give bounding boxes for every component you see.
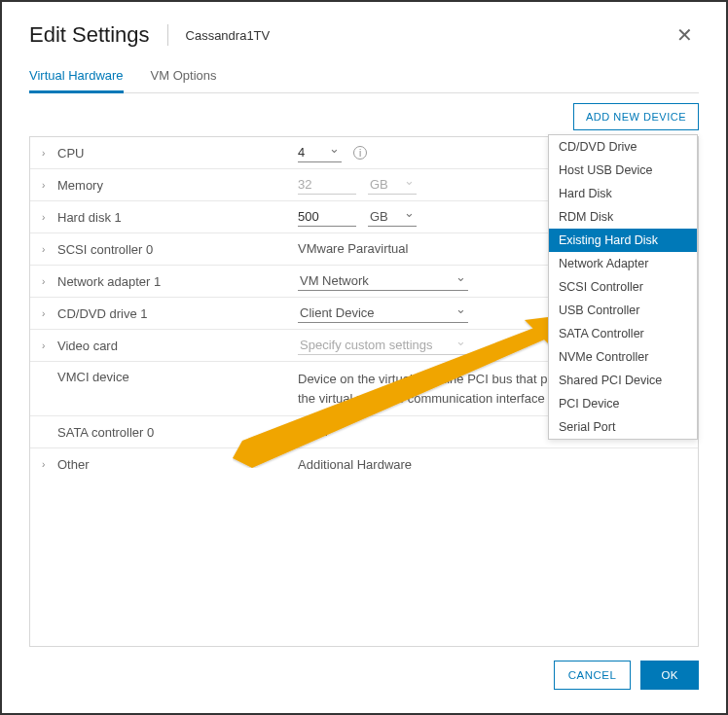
label-video-card: Video card bbox=[57, 339, 118, 353]
hardware-panel: CD/DVD DriveHost USB DeviceHard DiskRDM … bbox=[29, 136, 699, 647]
chevron-right-icon[interactable]: › bbox=[42, 180, 50, 191]
cddvd-select[interactable]: Client Device bbox=[298, 304, 468, 323]
device-menu-item[interactable]: Host USB Device bbox=[549, 159, 697, 182]
other-value: Additional Hardware bbox=[298, 455, 441, 475]
scsi-0-value: VMware Paravirtual bbox=[298, 239, 437, 259]
chevron-right-icon[interactable]: › bbox=[42, 459, 50, 470]
device-menu-item[interactable]: USB Controller bbox=[549, 299, 697, 322]
memory-value-input[interactable] bbox=[298, 175, 356, 195]
tabs: Virtual Hardware VM Options bbox=[29, 62, 699, 93]
label-cpu: CPU bbox=[57, 146, 84, 161]
device-menu-item[interactable]: Hard Disk bbox=[549, 182, 697, 205]
divider bbox=[167, 24, 168, 46]
add-device-menu[interactable]: CD/DVD DriveHost USB DeviceHard DiskRDM … bbox=[548, 134, 698, 440]
device-menu-item[interactable]: SCSI Controller bbox=[549, 275, 697, 299]
sata-0-value: AHCI bbox=[298, 422, 357, 442]
device-menu-item[interactable]: SATA Controller bbox=[549, 322, 697, 345]
dialog-header: Edit Settings Cassandra1TV ✕ bbox=[29, 21, 699, 49]
device-menu-item[interactable]: Network Adapter bbox=[549, 252, 697, 275]
tab-virtual-hardware[interactable]: Virtual Hardware bbox=[29, 62, 124, 93]
device-menu-item[interactable]: PCI Device bbox=[549, 392, 697, 415]
ok-button[interactable]: OK bbox=[640, 661, 699, 690]
add-new-device-button[interactable]: ADD NEW DEVICE bbox=[573, 103, 699, 130]
label-network-1: Network adapter 1 bbox=[57, 274, 161, 289]
label-scsi-0: SCSI controller 0 bbox=[57, 242, 153, 257]
tab-vm-options[interactable]: VM Options bbox=[151, 62, 217, 92]
device-menu-item[interactable]: Serial Port bbox=[549, 415, 697, 439]
label-cddvd-1: CD/DVD drive 1 bbox=[57, 306, 147, 321]
device-menu-item[interactable]: RDM Disk bbox=[549, 205, 697, 229]
chevron-right-icon[interactable]: › bbox=[42, 276, 50, 287]
chevron-right-icon[interactable]: › bbox=[42, 244, 50, 255]
cancel-button[interactable]: CANCEL bbox=[554, 661, 632, 690]
edit-settings-dialog: Edit Settings Cassandra1TV ✕ Virtual Har… bbox=[2, 2, 726, 713]
memory-unit-select[interactable]: GB bbox=[368, 175, 417, 195]
toolbar: ADD NEW DEVICE bbox=[29, 103, 699, 130]
device-menu-item[interactable]: CD/DVD Drive bbox=[549, 135, 697, 159]
device-menu-item[interactable]: Shared PCI Device bbox=[549, 369, 697, 392]
label-other: Other bbox=[57, 457, 90, 472]
label-memory: Memory bbox=[57, 178, 103, 193]
info-icon[interactable]: i bbox=[353, 146, 367, 160]
device-menu-item[interactable]: NVMe Controller bbox=[549, 345, 697, 369]
dialog-footer: CANCEL OK bbox=[29, 647, 699, 694]
cpu-count-select[interactable] bbox=[298, 143, 342, 162]
close-icon[interactable]: ✕ bbox=[671, 21, 699, 49]
dialog-title: Edit Settings bbox=[29, 22, 150, 48]
device-menu-item[interactable]: Existing Hard Disk bbox=[549, 229, 697, 252]
network-select[interactable]: VM Network bbox=[298, 271, 468, 291]
label-vmci: VMCI device bbox=[57, 370, 129, 384]
label-hard-disk-1: Hard disk 1 bbox=[57, 210, 122, 225]
row-other: › Other Additional Hardware bbox=[30, 448, 698, 481]
hard-disk-unit-select[interactable]: GB bbox=[368, 207, 417, 227]
video-settings-select[interactable]: Specify custom settings bbox=[298, 336, 468, 355]
chevron-right-icon[interactable]: › bbox=[42, 340, 50, 351]
chevron-right-icon[interactable]: › bbox=[42, 212, 50, 223]
hard-disk-size-input[interactable] bbox=[298, 207, 356, 227]
chevron-right-icon[interactable]: › bbox=[42, 308, 50, 319]
label-sata-0: SATA controller 0 bbox=[57, 425, 154, 440]
vm-name: Cassandra1TV bbox=[186, 28, 271, 43]
chevron-right-icon[interactable]: › bbox=[42, 148, 50, 159]
